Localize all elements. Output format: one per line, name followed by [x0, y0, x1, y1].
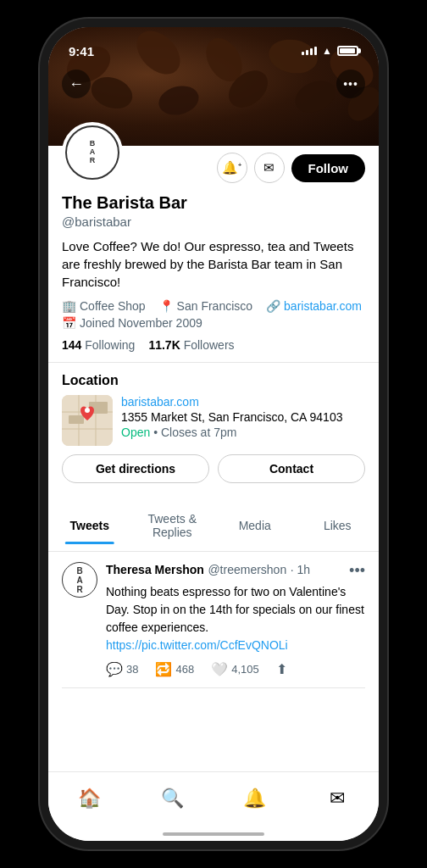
followers-stat[interactable]: 11.7K Followers [148, 338, 234, 352]
location-card: baristabar.com 1355 Market St, San Franc… [62, 395, 365, 446]
retweet-count: 468 [175, 663, 194, 676]
profile-handle: @baristabar [62, 214, 365, 229]
location-address: 1355 Market St, San Francisco, CA 94103 [121, 410, 365, 424]
profile-bio: Love Coffee? We do! Our espresso, tea an… [62, 237, 365, 291]
svg-point-7 [85, 408, 90, 413]
contact-button[interactable]: Contact [218, 454, 365, 483]
location-title: Location [62, 373, 365, 388]
reply-icon: 💬 [106, 661, 123, 677]
tweets-section: BAR Theresa Mershon @treemershon · 1h ••… [48, 552, 379, 688]
follow-button[interactable]: Follow [291, 154, 366, 182]
scroll-container[interactable]: ← ••• BAR 🔔+ [48, 27, 379, 771]
tweet-content: Theresa Mershon @treemershon · 1h ••• No… [106, 562, 365, 677]
tweet-text: Nothing beats espresso for two on Valent… [106, 583, 365, 654]
like-icon: 🤍 [211, 661, 228, 677]
nav-search[interactable]: 🔍 [153, 780, 191, 817]
location-url[interactable]: baristabar.com [121, 395, 365, 409]
joined-item: 📅 Joined November 2009 [62, 316, 202, 330]
location-info: baristabar.com 1355 Market St, San Franc… [121, 395, 365, 439]
nav-notifications[interactable]: 🔔 [236, 780, 274, 817]
avatar: BAR [62, 122, 123, 183]
nav-messages[interactable]: ✉ [319, 780, 356, 817]
tab-media-label: Media [239, 519, 271, 532]
tab-likes[interactable]: Likes [297, 507, 380, 544]
battery-icon [337, 46, 358, 56]
location-icon: 📍 [159, 299, 174, 313]
status-icons: ▲ [302, 45, 358, 57]
website-item[interactable]: 🔗 baristabar.com [266, 299, 362, 313]
divider-1 [48, 362, 379, 363]
tab-likes-label: Likes [324, 519, 352, 532]
tab-tweets-label: Tweets [70, 519, 109, 532]
close-status: • Closes at 7pm [153, 426, 236, 439]
retweet-icon: 🔁 [155, 661, 172, 677]
avatar-row: BAR 🔔+ ✉ Follow [62, 146, 365, 183]
action-buttons: 🔔+ ✉ Follow [217, 153, 366, 183]
location-actions: Get directions Contact [62, 454, 365, 483]
category-item: 🏢 Coffee Shop [62, 299, 146, 313]
back-button[interactable]: ← [62, 70, 91, 98]
tweet-link[interactable]: https://pic.twitter.com/CcfEvQNOLi [106, 638, 288, 652]
tweet-actions: 💬 38 🔁 468 🤍 4,105 ⬆ [106, 661, 365, 677]
map-svg [62, 395, 113, 446]
map-thumbnail [62, 395, 113, 446]
like-count: 4,105 [231, 663, 259, 676]
like-action[interactable]: 🤍 4,105 [211, 661, 259, 677]
cover-nav: ← ••• [48, 70, 379, 98]
profile-meta: 🏢 Coffee Shop 📍 San Francisco 🔗 baristab… [62, 299, 365, 330]
calendar-icon: 📅 [62, 316, 76, 330]
search-icon: 🔍 [161, 787, 184, 810]
tweet-item: BAR Theresa Mershon @treemershon · 1h ••… [62, 562, 365, 688]
location-label: San Francisco [177, 299, 252, 313]
more-icon: ••• [343, 77, 358, 91]
building-icon: 🏢 [62, 299, 76, 313]
following-stat[interactable]: 144 Following [62, 338, 135, 352]
notifications-button[interactable]: 🔔+ [217, 153, 247, 183]
tab-tweets-replies[interactable]: Tweets & Replies [131, 500, 214, 551]
stats-row: 144 Following 11.7K Followers [62, 338, 365, 352]
tab-media[interactable]: Media [214, 507, 297, 544]
messages-icon: ✉ [330, 787, 345, 810]
tabs-row: Tweets Tweets & Replies Media Likes [48, 500, 379, 551]
tweet-avatar[interactable]: BAR [62, 562, 97, 598]
tab-tweets-replies-label: Tweets & Replies [147, 512, 197, 539]
category-label: Coffee Shop [80, 299, 146, 313]
location-section: Location [48, 373, 379, 500]
profile-name: The Barista Bar [62, 193, 365, 213]
avatar-logo: BAR [90, 140, 96, 165]
tab-tweets[interactable]: Tweets [48, 507, 131, 544]
home-indicator [163, 832, 264, 836]
link-icon: 🔗 [266, 299, 280, 313]
reply-action[interactable]: 💬 38 [106, 661, 138, 677]
signal-icon [302, 47, 317, 55]
location-item: 📍 San Francisco [159, 299, 252, 313]
home-icon: 🏠 [78, 787, 101, 810]
directions-button[interactable]: Get directions [62, 454, 209, 483]
status-bar: 9:41 ▲ [48, 27, 379, 64]
tabs-section: Tweets Tweets & Replies Media Likes [48, 500, 379, 552]
share-action[interactable]: ⬆ [276, 661, 287, 677]
nav-home[interactable]: 🏠 [71, 780, 108, 817]
location-status: Open • Closes at 7pm [121, 426, 365, 439]
reply-count: 38 [126, 663, 138, 676]
website-label: baristabar.com [284, 299, 362, 313]
share-icon: ⬆ [276, 661, 287, 677]
mail-icon: ✉ [263, 160, 274, 175]
tweet-header: Theresa Mershon @treemershon · 1h ••• [106, 562, 365, 580]
joined-label: Joined November 2009 [80, 316, 202, 330]
tweet-more-button[interactable]: ••• [349, 562, 365, 580]
tweet-author-name: Theresa Mershon [106, 563, 204, 576]
tweet-time: · 1h [291, 563, 310, 576]
profile-section: BAR 🔔+ ✉ Follow The Barista Bar @barista… [48, 146, 379, 352]
tweet-author-handle: @treemershon [208, 563, 286, 576]
notifications-icon: 🔔 [243, 787, 266, 810]
more-button[interactable]: ••• [336, 70, 365, 98]
bottom-nav: 🏠 🔍 🔔 ✉ [48, 771, 379, 841]
bell-add-icon: 🔔+ [222, 160, 242, 175]
message-button[interactable]: ✉ [254, 153, 285, 183]
retweet-action[interactable]: 🔁 468 [155, 661, 194, 677]
followers-count: 11.7K [148, 338, 180, 352]
open-status: Open [121, 426, 150, 439]
svg-rect-5 [69, 415, 84, 424]
following-count: 144 [62, 338, 81, 352]
